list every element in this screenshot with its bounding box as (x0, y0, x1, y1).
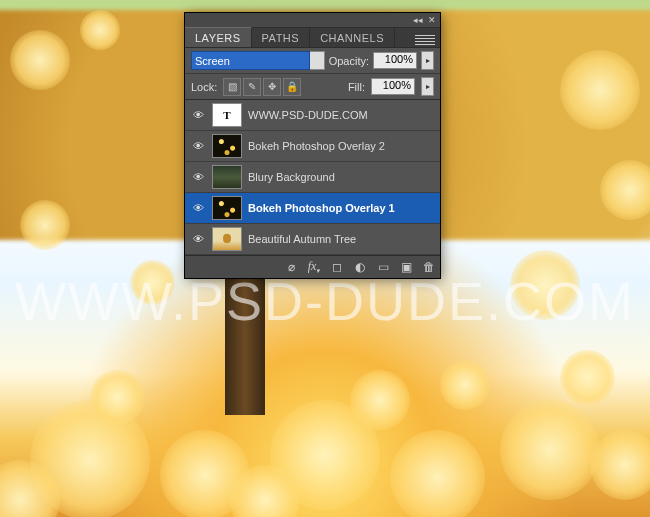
layer-row[interactable]: 👁 Beautiful Autumn Tree (185, 224, 440, 255)
layer-thumbnail (212, 134, 242, 158)
close-icon[interactable]: ✕ (426, 15, 438, 25)
lock-transparency-icon[interactable]: ▧ (223, 78, 241, 96)
layer-thumbnail (212, 227, 242, 251)
panel-tabs: LAYERS PATHS CHANNELS (185, 28, 440, 48)
lock-label: Lock: (191, 81, 217, 93)
layer-name[interactable]: Beautiful Autumn Tree (248, 233, 435, 245)
tab-channels[interactable]: CHANNELS (310, 28, 395, 47)
layer-fx-icon[interactable]: fx▾ (307, 259, 321, 275)
panel-titlebar[interactable]: ◂◂ ✕ (185, 13, 440, 28)
lock-position-icon[interactable]: ✥ (263, 78, 281, 96)
layer-row[interactable]: 👁 Bokeh Photoshop Overlay 2 (185, 131, 440, 162)
layer-name[interactable]: Bokeh Photoshop Overlay 2 (248, 140, 435, 152)
opacity-label: Opacity: (329, 55, 369, 67)
fill-label: Fill: (348, 81, 365, 93)
layer-row[interactable]: 👁 T WWW.PSD-DUDE.COM (185, 100, 440, 131)
layer-thumbnail (212, 196, 242, 220)
adjustment-layer-icon[interactable]: ◐ (353, 260, 367, 274)
collapse-icon[interactable]: ◂◂ (412, 15, 424, 25)
layer-thumbnail: T (212, 103, 242, 127)
layer-row[interactable]: 👁 Bokeh Photoshop Overlay 1 (185, 193, 440, 224)
link-layers-icon[interactable]: ⌀ (284, 260, 298, 274)
delete-layer-icon[interactable]: 🗑 (422, 260, 436, 274)
fill-flyout-icon[interactable]: ▸ (421, 77, 434, 96)
opacity-input[interactable]: 100% (373, 52, 417, 69)
layer-row[interactable]: 👁 Blury Background (185, 162, 440, 193)
blend-mode-chevron-icon[interactable]: ▾ (310, 51, 325, 70)
layer-name[interactable]: Blury Background (248, 171, 435, 183)
panel-footer: ⌀ fx▾ ◻ ◐ ▭ ▣ 🗑 (185, 255, 440, 278)
new-layer-icon[interactable]: ▣ (399, 260, 413, 274)
blend-opacity-row: Screen ▾ Opacity: 100% ▸ (185, 48, 440, 74)
visibility-icon[interactable]: 👁 (190, 138, 206, 154)
layer-name[interactable]: Bokeh Photoshop Overlay 1 (248, 202, 435, 214)
opacity-flyout-icon[interactable]: ▸ (421, 51, 434, 70)
panel-menu-icon[interactable] (410, 28, 440, 47)
visibility-icon[interactable]: 👁 (190, 169, 206, 185)
layer-name[interactable]: WWW.PSD-DUDE.COM (248, 109, 435, 121)
tab-paths[interactable]: PATHS (252, 28, 311, 47)
document-canvas[interactable]: WWW.PSD-DUDE.COM ◂◂ ✕ LAYERS PATHS CHANN… (0, 0, 650, 517)
lock-all-icon[interactable]: 🔒 (283, 78, 301, 96)
lock-icons: ▧ ✎ ✥ 🔒 (223, 78, 301, 96)
layers-panel: ◂◂ ✕ LAYERS PATHS CHANNELS Screen ▾ Opac… (185, 13, 440, 278)
lock-fill-row: Lock: ▧ ✎ ✥ 🔒 Fill: 100% ▸ (185, 74, 440, 100)
blend-mode-value: Screen (195, 55, 230, 67)
fill-input[interactable]: 100% (371, 78, 415, 95)
group-icon[interactable]: ▭ (376, 260, 390, 274)
blend-mode-select[interactable]: Screen (191, 51, 310, 70)
lock-pixels-icon[interactable]: ✎ (243, 78, 261, 96)
visibility-icon[interactable]: 👁 (190, 231, 206, 247)
layers-list: 👁 T WWW.PSD-DUDE.COM 👁 Bokeh Photoshop O… (185, 100, 440, 255)
layer-thumbnail (212, 165, 242, 189)
visibility-icon[interactable]: 👁 (190, 107, 206, 123)
watermark-text: WWW.PSD-DUDE.COM (0, 270, 650, 332)
tab-layers[interactable]: LAYERS (185, 27, 252, 47)
layer-mask-icon[interactable]: ◻ (330, 260, 344, 274)
visibility-icon[interactable]: 👁 (190, 200, 206, 216)
